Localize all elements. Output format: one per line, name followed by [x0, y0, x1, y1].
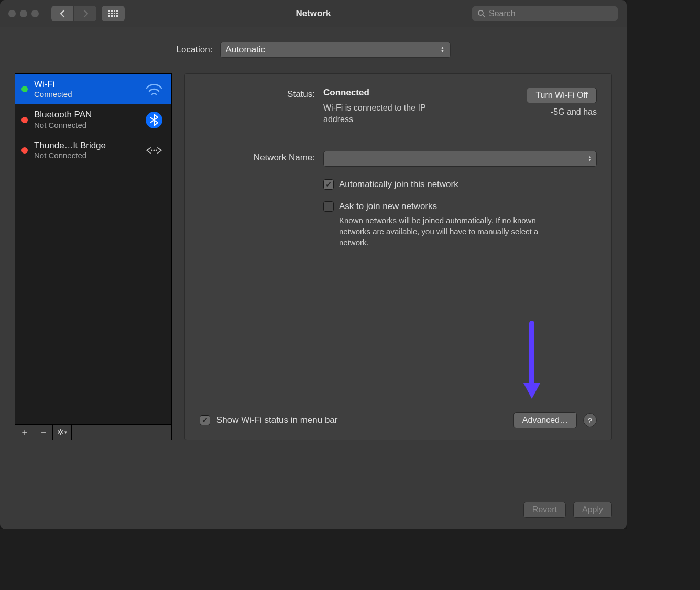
remove-interface-button[interactable]: －	[34, 425, 53, 440]
gear-icon: ✲	[57, 428, 64, 437]
interface-name: Bluetooth PAN	[34, 110, 138, 120]
network-name-select[interactable]: ▲▼	[323, 151, 597, 167]
search-input[interactable]	[489, 9, 612, 18]
interface-status: Not Connected	[34, 151, 138, 160]
location-row: Location: Automatic ▲▼	[15, 42, 612, 58]
auto-join-label: Automatically join this network	[339, 179, 458, 190]
status-dot-disconnected-icon	[21, 147, 28, 154]
interface-item-bluetooth[interactable]: Bluetooth PAN Not Connected	[15, 104, 171, 135]
status-row: Status: Connected Wi-Fi is connected to …	[200, 88, 597, 125]
stepper-icon: ▲▼	[441, 47, 445, 53]
apply-button[interactable]: Apply	[573, 502, 612, 518]
location-label: Location:	[177, 45, 213, 55]
status-dot-connected-icon	[21, 86, 28, 92]
interface-name: Thunde…lt Bridge	[34, 140, 138, 151]
ask-join-description: Known networks will be joined automatica…	[339, 215, 564, 248]
revert-button[interactable]: Revert	[523, 502, 566, 518]
interface-text: Thunde…lt Bridge Not Connected	[34, 140, 138, 160]
ask-join-checkbox[interactable]	[323, 201, 334, 212]
interface-status: Connected	[34, 90, 138, 99]
interface-text: Bluetooth PAN Not Connected	[34, 110, 138, 129]
detail-bottom-row: ✓ Show Wi-Fi status in menu bar Advanced…	[200, 412, 597, 428]
window-title: Network	[296, 8, 331, 19]
help-button[interactable]: ?	[583, 413, 597, 427]
sidebar-tools: ＋ － ✲▾	[15, 424, 172, 440]
search-icon	[477, 9, 486, 18]
checkmark-icon: ✓	[325, 180, 332, 189]
checkmark-icon: ✓	[202, 416, 209, 425]
forward-button[interactable]	[74, 6, 96, 21]
chevron-left-icon	[60, 9, 65, 18]
ask-join-label: Ask to join new networks	[339, 201, 564, 212]
network-name-row: Network Name: ▲▼ ✓ Automatically join th…	[200, 151, 597, 248]
svg-point-3	[151, 149, 152, 151]
minus-icon: －	[39, 426, 48, 439]
show-all-button[interactable]	[102, 6, 125, 21]
status-label: Status:	[200, 88, 315, 100]
interface-text: Wi-Fi Connected	[34, 79, 138, 99]
interface-name: Wi-Fi	[34, 79, 138, 90]
sidebar: Wi-Fi Connected Bluetooth PAN Not Connec…	[15, 73, 172, 440]
zoom-window-button[interactable]	[31, 10, 39, 17]
interface-item-wifi[interactable]: Wi-Fi Connected	[15, 74, 171, 104]
location-value: Automatic	[226, 45, 266, 55]
minimize-window-button[interactable]	[20, 10, 27, 17]
content-area: Location: Automatic ▲▼ Wi-Fi Connected	[0, 27, 627, 452]
search-field[interactable]	[472, 6, 618, 21]
network-name-label: Network Name:	[200, 151, 315, 248]
interface-item-thunderbolt[interactable]: Thunde…lt Bridge Not Connected	[15, 135, 171, 166]
interface-list: Wi-Fi Connected Bluetooth PAN Not Connec…	[15, 73, 172, 424]
bluetooth-icon	[144, 110, 164, 130]
interface-actions-button[interactable]: ✲▾	[53, 425, 72, 440]
location-select[interactable]: Automatic ▲▼	[220, 42, 451, 58]
interface-status: Not Connected	[34, 121, 138, 130]
svg-line-1	[483, 15, 485, 17]
traffic-lights	[8, 10, 39, 17]
svg-point-5	[156, 149, 157, 151]
detail-panel: Status: Connected Wi-Fi is connected to …	[184, 73, 612, 440]
show-menu-checkbox[interactable]: ✓	[200, 415, 210, 425]
status-value: Connected	[323, 88, 433, 98]
add-interface-button[interactable]: ＋	[15, 425, 34, 440]
titlebar: Network	[0, 0, 627, 27]
ask-join-row: Ask to join new networks Known networks …	[323, 201, 597, 248]
close-window-button[interactable]	[8, 10, 16, 17]
status-description: Wi-Fi is connected to the IP address	[323, 102, 433, 125]
auto-join-checkbox[interactable]: ✓	[323, 179, 334, 190]
turn-wifi-off-button[interactable]: Turn Wi-Fi Off	[527, 88, 597, 103]
stepper-icon: ▲▼	[588, 156, 592, 162]
auto-join-row: ✓ Automatically join this network	[323, 179, 597, 190]
thunderbolt-bridge-icon	[144, 140, 164, 160]
back-button[interactable]	[51, 6, 73, 21]
wifi-icon	[144, 79, 164, 99]
status-dot-disconnected-icon	[21, 117, 28, 123]
status-right-text: -5G and has	[527, 107, 597, 117]
plus-icon: ＋	[20, 426, 29, 439]
network-preferences-window: Network Location: Automatic ▲▼ Wi-F	[0, 0, 627, 529]
annotation-arrow-icon	[520, 320, 543, 404]
advanced-button[interactable]: Advanced…	[513, 412, 577, 428]
chevron-right-icon	[83, 9, 89, 18]
grid-icon	[108, 10, 118, 17]
chevron-down-icon: ▾	[64, 430, 67, 435]
show-menu-label: Show Wi-Fi status in menu bar	[216, 415, 337, 425]
main-area: Wi-Fi Connected Bluetooth PAN Not Connec…	[15, 73, 612, 440]
svg-point-4	[153, 149, 155, 151]
footer-buttons: Revert Apply	[523, 502, 612, 518]
nav-buttons	[51, 6, 96, 21]
